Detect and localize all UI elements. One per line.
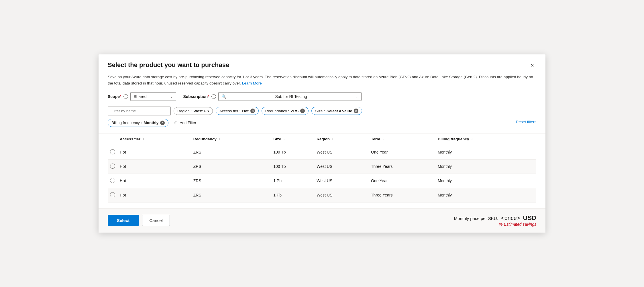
row2-region: West US <box>314 159 369 174</box>
filter-by-name-input[interactable] <box>108 107 171 115</box>
size-header-label: Size <box>273 137 281 141</box>
billing-frequency-filter-chip[interactable]: Billing frequency : Monthly ✕ <box>108 119 168 127</box>
price-label: Monthly price per SKU: <box>454 216 498 221</box>
modal-dialog: Select the product you want to purchase … <box>99 54 545 232</box>
row1-redundancy: ZRS <box>191 145 271 160</box>
access-tier-chip-remove[interactable]: ✕ <box>250 109 255 113</box>
description-text: Save on your Azure data storage cost by … <box>108 75 533 85</box>
subscription-chevron-icon: ⌄ <box>356 95 358 99</box>
row1-size: 100 Tb <box>271 145 314 160</box>
modal-header: Select the product you want to purchase … <box>99 54 545 74</box>
row2-term: Three Years <box>369 159 435 174</box>
region-filter-chip[interactable]: Region : West US <box>174 107 213 115</box>
redundancy-chip-label: Redundancy : <box>265 109 289 113</box>
row4-term: Three Years <box>369 188 435 202</box>
row3-billing-freq: Monthly <box>435 174 536 188</box>
subscription-required: * <box>208 94 209 99</box>
row4-region: West US <box>314 188 369 202</box>
table-row[interactable]: Hot ZRS 1 Pb West US One Year Monthly <box>108 174 536 188</box>
row2-radio[interactable] <box>110 164 115 169</box>
row2-billing-freq: Monthly <box>435 159 536 174</box>
row4-radio[interactable] <box>110 192 115 197</box>
row3-selector-cell <box>108 174 117 188</box>
billing-freq-chip-remove[interactable]: ✕ <box>160 121 165 125</box>
scope-subscription-row: Scope* i Shared ⌄ Subscription* i 🔍 Sub … <box>99 92 545 107</box>
row1-billing-freq: Monthly <box>435 145 536 160</box>
table-row[interactable]: Hot ZRS 1 Pb West US Three Years Monthly <box>108 188 536 202</box>
row1-radio[interactable] <box>110 149 115 154</box>
close-button[interactable]: × <box>528 61 536 69</box>
access-tier-filter-chip[interactable]: Access tier : Hot ✕ <box>216 107 259 115</box>
row2-access-tier: Hot <box>117 159 191 174</box>
row3-size: 1 Pb <box>271 174 314 188</box>
scope-chevron-icon: ⌄ <box>170 95 173 99</box>
row3-access-tier: Hot <box>117 174 191 188</box>
row4-billing-freq: Monthly <box>435 188 536 202</box>
add-filter-button[interactable]: ⊕ Add Filter <box>171 119 199 127</box>
modal-title: Select the product you want to purchase <box>108 61 229 69</box>
select-button[interactable]: Select <box>108 215 139 226</box>
estimated-savings-label: % Estimated savings <box>499 222 536 227</box>
table-body: Hot ZRS 100 Tb West US One Year Monthly … <box>108 145 536 203</box>
row1-selector-cell <box>108 145 117 160</box>
scope-label: Scope* <box>108 94 121 99</box>
billing-freq-sort-icon: ↕ <box>471 138 473 141</box>
redundancy-chip-value: ZRS <box>291 109 299 113</box>
subscription-dropdown[interactable]: 🔍 Sub for RI Testing ⌄ <box>218 92 362 101</box>
redundancy-chip-remove[interactable]: ✕ <box>300 109 305 113</box>
scope-field-group: Scope* i Shared ⌄ <box>108 92 176 101</box>
row4-selector-cell <box>108 188 117 202</box>
scope-info-icon[interactable]: i <box>123 94 128 99</box>
learn-more-link[interactable]: Learn More <box>242 81 262 85</box>
region-col-header[interactable]: Region ↕ <box>314 133 369 145</box>
subscription-label-text: Subscription <box>183 94 208 99</box>
filters-area: Region : West US Access tier : Hot ✕ Red… <box>99 107 545 133</box>
subscription-value: Sub for RI Testing <box>275 94 307 99</box>
billing-freq-header-label: Billing frequency <box>438 137 469 141</box>
size-chip-remove[interactable]: ✕ <box>354 109 358 113</box>
table-row[interactable]: Hot ZRS 100 Tb West US Three Years Month… <box>108 159 536 174</box>
access-tier-chip-label: Access tier : <box>219 109 241 113</box>
size-chip-label: Size : <box>315 109 325 113</box>
scope-required: * <box>120 94 121 99</box>
row2-redundancy: ZRS <box>191 159 271 174</box>
cancel-button[interactable]: Cancel <box>142 215 170 226</box>
row3-region: West US <box>314 174 369 188</box>
size-col-header[interactable]: Size ↕ <box>271 133 314 145</box>
row4-redundancy: ZRS <box>191 188 271 202</box>
modal-description: Save on your Azure data storage cost by … <box>99 74 545 92</box>
scope-dropdown[interactable]: Shared ⌄ <box>130 92 176 101</box>
scope-label-text: Scope <box>108 94 120 99</box>
term-header-label: Term <box>371 137 380 141</box>
table-header: Access tier ↕ Redundancy ↕ Size ↕ Region… <box>108 133 536 145</box>
redundancy-header-label: Redundancy <box>193 137 217 141</box>
size-filter-chip[interactable]: Size : Select a value ✕ <box>311 107 362 115</box>
modal-footer: Select Cancel Monthly price per SKU: <pr… <box>99 208 545 233</box>
table-row[interactable]: Hot ZRS 100 Tb West US One Year Monthly <box>108 145 536 160</box>
redundancy-filter-chip[interactable]: Redundancy : ZRS ✕ <box>262 107 309 115</box>
billing-freq-col-header[interactable]: Billing frequency ↕ <box>435 133 536 145</box>
subscription-info-icon[interactable]: i <box>211 94 216 99</box>
row1-access-tier: Hot <box>117 145 191 160</box>
term-col-header[interactable]: Term ↕ <box>369 133 435 145</box>
billing-freq-chip-value: Monthly <box>144 121 159 125</box>
row3-redundancy: ZRS <box>191 174 271 188</box>
row2-selector-cell <box>108 159 117 174</box>
region-sort-icon: ↕ <box>332 138 333 141</box>
row1-region: West US <box>314 145 369 160</box>
row3-radio[interactable] <box>110 178 115 183</box>
row1-term: One Year <box>369 145 435 160</box>
row2-size: 100 Tb <box>271 159 314 174</box>
second-filter-row: Billing frequency : Monthly ✕ ⊕ Add Filt… <box>108 119 536 127</box>
redundancy-col-header[interactable]: Redundancy ↕ <box>191 133 271 145</box>
currency-label: USD <box>523 214 536 222</box>
reset-filters-button[interactable]: Reset filters <box>516 118 536 125</box>
select-col-header <box>108 133 117 145</box>
region-header-label: Region <box>317 137 330 141</box>
row4-access-tier: Hot <box>117 188 191 202</box>
scope-value: Shared <box>133 94 146 99</box>
add-filter-icon: ⊕ <box>174 120 178 125</box>
access-tier-col-header[interactable]: Access tier ↕ <box>117 133 191 145</box>
redundancy-sort-icon: ↕ <box>219 138 220 141</box>
access-tier-chip-value: Hot <box>242 109 249 113</box>
